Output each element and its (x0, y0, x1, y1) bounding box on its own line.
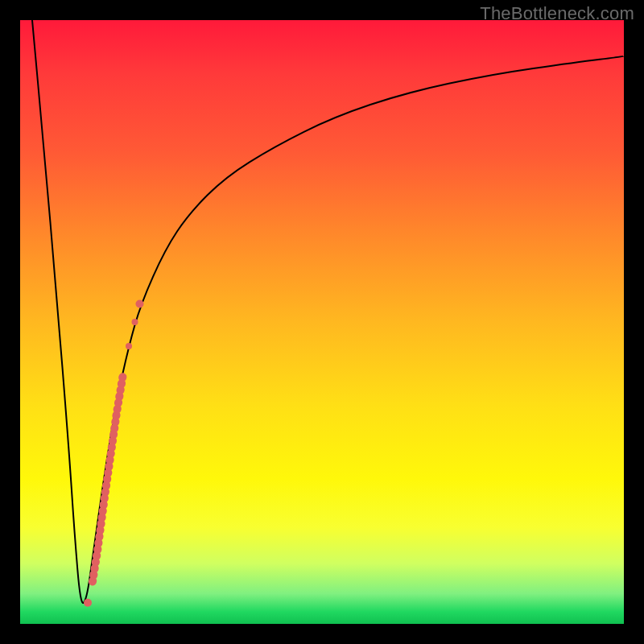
highlight-dot (126, 343, 132, 349)
plot-area (20, 20, 624, 624)
highlight-dot (132, 319, 138, 325)
outer-frame: TheBottleneck.com (0, 0, 644, 644)
highlight-group (84, 300, 144, 607)
highlight-dot (84, 599, 92, 607)
highlight-dot (136, 300, 144, 308)
curve-group (32, 20, 624, 603)
bottleneck-curve (32, 20, 624, 603)
watermark-text: TheBottleneck.com (480, 3, 634, 24)
chart-svg (20, 20, 624, 624)
highlight-segment (93, 377, 123, 582)
